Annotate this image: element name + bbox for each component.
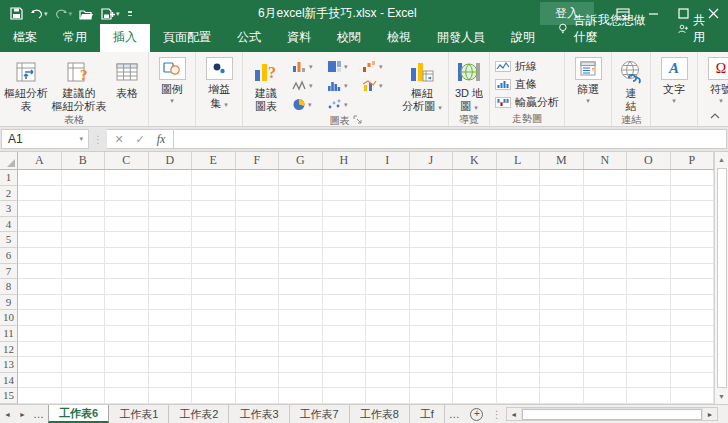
cell-G2[interactable]: [279, 186, 323, 202]
cell-B14[interactable]: [62, 373, 106, 389]
cell-H6[interactable]: [323, 248, 367, 264]
cell-G11[interactable]: [279, 326, 323, 342]
filters-button[interactable]: 篩選 ▾: [566, 53, 610, 104]
cell-P2[interactable]: [671, 186, 715, 202]
cell-P11[interactable]: [671, 326, 715, 342]
cell-H3[interactable]: [323, 201, 367, 217]
column-header-E[interactable]: E: [192, 152, 236, 169]
column-header-G[interactable]: G: [279, 152, 323, 169]
cell-D10[interactable]: [149, 310, 193, 326]
insert-function-icon[interactable]: fx: [151, 132, 171, 147]
cell-J12[interactable]: [410, 342, 454, 358]
cell-L1[interactable]: [497, 170, 541, 186]
cell-D5[interactable]: [149, 232, 193, 248]
cell-L11[interactable]: [497, 326, 541, 342]
cell-E13[interactable]: [192, 357, 236, 373]
cell-H15[interactable]: [323, 388, 367, 404]
cell-F1[interactable]: [236, 170, 280, 186]
column-header-K[interactable]: K: [453, 152, 497, 169]
cell-A1[interactable]: [18, 170, 62, 186]
cell-A15[interactable]: [18, 388, 62, 404]
cell-J15[interactable]: [410, 388, 454, 404]
cell-O1[interactable]: [627, 170, 671, 186]
cell-J7[interactable]: [410, 264, 454, 280]
cell-N2[interactable]: [584, 186, 628, 202]
cell-B1[interactable]: [62, 170, 106, 186]
cell-A12[interactable]: [18, 342, 62, 358]
insert-statistic-chart-button[interactable]: ▾: [325, 76, 360, 95]
cell-H14[interactable]: [323, 373, 367, 389]
cell-C3[interactable]: [105, 201, 149, 217]
row-header-4[interactable]: 4: [0, 217, 18, 233]
cell-B10[interactable]: [62, 310, 106, 326]
cell-H7[interactable]: [323, 264, 367, 280]
sparkline-line-button[interactable]: 折線: [495, 59, 559, 74]
ribbon-tab-校閱[interactable]: 校閱: [324, 24, 374, 52]
cell-B12[interactable]: [62, 342, 106, 358]
cell-B15[interactable]: [62, 388, 106, 404]
cell-I15[interactable]: [366, 388, 410, 404]
cell-C14[interactable]: [105, 373, 149, 389]
cell-G12[interactable]: [279, 342, 323, 358]
cell-A14[interactable]: [18, 373, 62, 389]
cell-F2[interactable]: [236, 186, 280, 202]
insert-waterfall-chart-button[interactable]: ▾: [360, 57, 395, 76]
cell-B8[interactable]: [62, 279, 106, 295]
cell-E12[interactable]: [192, 342, 236, 358]
cell-L10[interactable]: [497, 310, 541, 326]
row-header-1[interactable]: 1: [0, 170, 18, 186]
cell-O7[interactable]: [627, 264, 671, 280]
cell-K2[interactable]: [453, 186, 497, 202]
cell-N14[interactable]: [584, 373, 628, 389]
cell-E2[interactable]: [192, 186, 236, 202]
cell-P15[interactable]: [671, 388, 715, 404]
cell-M13[interactable]: [540, 357, 584, 373]
row-header-13[interactable]: 13: [0, 357, 18, 373]
cell-B3[interactable]: [62, 201, 106, 217]
cell-B4[interactable]: [62, 217, 106, 233]
symbols-button[interactable]: Ω 符號 ▾: [699, 53, 728, 104]
cell-L14[interactable]: [497, 373, 541, 389]
cell-D14[interactable]: [149, 373, 193, 389]
cell-E3[interactable]: [192, 201, 236, 217]
cell-M11[interactable]: [540, 326, 584, 342]
cell-J6[interactable]: [410, 248, 454, 264]
sheet-tab-工作表8[interactable]: 工作表8: [350, 405, 410, 423]
cell-N3[interactable]: [584, 201, 628, 217]
collapse-ribbon-icon[interactable]: [710, 108, 720, 122]
column-header-J[interactable]: J: [410, 152, 454, 169]
horizontal-scrollbar[interactable]: ◄ ►: [506, 407, 718, 421]
cell-G9[interactable]: [279, 295, 323, 311]
cell-M5[interactable]: [540, 232, 584, 248]
cell-H4[interactable]: [323, 217, 367, 233]
charts-dialog-launcher-icon[interactable]: [353, 114, 362, 128]
cell-J10[interactable]: [410, 310, 454, 326]
cell-H1[interactable]: [323, 170, 367, 186]
addins-button[interactable]: 增益 集 ▾: [197, 53, 241, 111]
cell-I5[interactable]: [366, 232, 410, 248]
cell-C8[interactable]: [105, 279, 149, 295]
cell-D3[interactable]: [149, 201, 193, 217]
cell-B6[interactable]: [62, 248, 106, 264]
cell-K4[interactable]: [453, 217, 497, 233]
sheet-overflow-right[interactable]: …: [445, 405, 464, 423]
cell-C7[interactable]: [105, 264, 149, 280]
cell-I2[interactable]: [366, 186, 410, 202]
cell-F3[interactable]: [236, 201, 280, 217]
cell-J13[interactable]: [410, 357, 454, 373]
insert-column-chart-button[interactable]: ▾: [290, 57, 325, 76]
cell-O9[interactable]: [627, 295, 671, 311]
cell-D2[interactable]: [149, 186, 193, 202]
cell-M12[interactable]: [540, 342, 584, 358]
cell-A3[interactable]: [18, 201, 62, 217]
cell-N7[interactable]: [584, 264, 628, 280]
cell-G10[interactable]: [279, 310, 323, 326]
ribbon-tab-公式[interactable]: 公式: [224, 24, 274, 52]
cell-O5[interactable]: [627, 232, 671, 248]
column-header-L[interactable]: L: [497, 152, 541, 169]
redo-dropdown-caret[interactable]: ▾: [69, 10, 73, 17]
column-header-I[interactable]: I: [366, 152, 410, 169]
cell-K15[interactable]: [453, 388, 497, 404]
row-header-7[interactable]: 7: [0, 264, 18, 280]
cell-E4[interactable]: [192, 217, 236, 233]
